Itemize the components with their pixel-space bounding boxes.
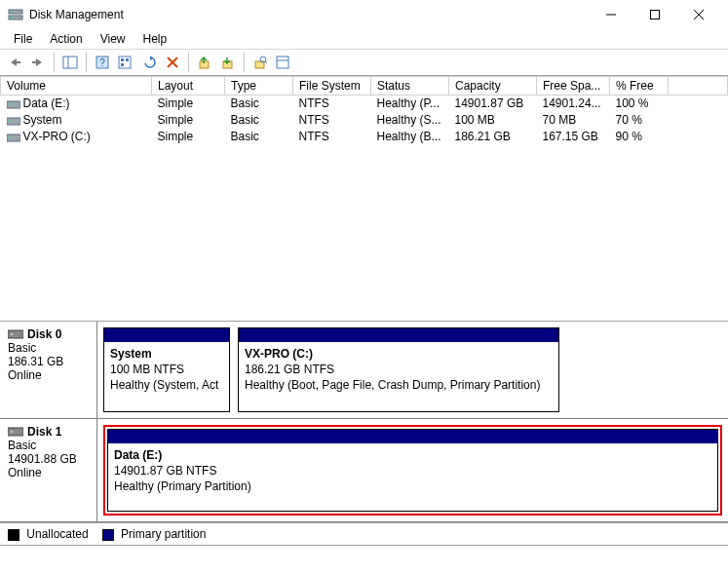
partition-status: Healthy (System, Act: [110, 377, 223, 393]
col-filesystem[interactable]: File System: [293, 77, 371, 96]
swatch-unallocated: [8, 529, 19, 541]
volumes-pane: Volume Layout Type File System Status Ca…: [0, 76, 728, 322]
menu-help[interactable]: Help: [135, 30, 175, 48]
selected-partition-highlight: Data (E:) 14901.87 GB NTFS Healthy (Prim…: [103, 425, 722, 516]
svg-rect-32: [9, 136, 11, 138]
svg-rect-30: [9, 120, 11, 122]
show-hide-console-tree-button[interactable]: [59, 52, 81, 73]
toolbar: ?: [0, 49, 728, 76]
disk-row-1[interactable]: Disk 1 Basic 14901.88 GB Online Data (E:…: [0, 419, 728, 522]
volume-icon: [7, 132, 20, 143]
volume-icon: [7, 115, 20, 127]
svg-line-24: [265, 61, 267, 63]
disk-1-type: Basic: [8, 439, 89, 452]
window-controls: [589, 0, 720, 29]
partition-name: Data (E:): [114, 447, 711, 463]
toolbar-separator: [244, 53, 245, 72]
statusbar: [0, 545, 728, 562]
remove-button[interactable]: [162, 52, 183, 73]
svg-rect-25: [277, 57, 288, 68]
svg-rect-10: [63, 57, 77, 68]
svg-rect-5: [650, 11, 659, 19]
disk-0-header: Disk 0 Basic 186.31 GB Online: [0, 322, 97, 418]
svg-point-36: [11, 431, 13, 433]
titlebar: Disk Management: [0, 0, 728, 29]
partition-status: Healthy (Boot, Page File, Crash Dump, Pr…: [245, 377, 553, 393]
svg-rect-15: [121, 58, 124, 61]
col-type[interactable]: Type: [225, 77, 293, 96]
toolbar-separator: [188, 53, 189, 72]
col-layout[interactable]: Layout: [152, 77, 225, 96]
forward-button[interactable]: [27, 52, 49, 73]
toolbar-separator: [54, 53, 55, 72]
settings-button[interactable]: [115, 52, 136, 73]
action-button-4[interactable]: [273, 52, 294, 73]
partition-name: System: [110, 346, 223, 362]
table-row[interactable]: Data (E:)SimpleBasicNTFSHealthy (P...149…: [1, 96, 728, 112]
disk-0-state: Online: [8, 368, 89, 382]
swatch-primary: [102, 529, 114, 541]
svg-point-34: [11, 333, 13, 335]
partition-body: Data (E:) 14901.87 GB NTFS Healthy (Prim…: [108, 443, 717, 499]
disks-pane: Disk 0 Basic 186.31 GB Online System 100…: [0, 322, 728, 522]
disk-row-0[interactable]: Disk 0 Basic 186.31 GB Online System 100…: [0, 322, 728, 419]
disk-1-size: 14901.88 GB: [8, 452, 89, 466]
partition-header: [239, 328, 558, 342]
legend: Unallocated Primary partition: [0, 522, 728, 545]
refresh-button[interactable]: [138, 52, 160, 73]
disk-1-state: Online: [8, 466, 89, 479]
maximize-button[interactable]: [632, 0, 676, 29]
back-button[interactable]: [4, 52, 25, 73]
svg-rect-2: [11, 11, 13, 13]
partition-size: 14901.87 GB NTFS: [114, 463, 711, 478]
volumes-table: Volume Layout Type File System Status Ca…: [0, 76, 728, 145]
disk-1-name: Disk 1: [8, 425, 89, 439]
disk-1-header: Disk 1 Basic 14901.88 GB Online: [0, 419, 97, 521]
action-button-3[interactable]: [249, 52, 271, 73]
partition-size: 100 MB NTFS: [110, 362, 223, 377]
legend-primary: Primary partition: [102, 527, 207, 541]
col-status[interactable]: Status: [371, 77, 449, 96]
partition-status: Healthy (Primary Partition): [114, 478, 711, 494]
col-freespace[interactable]: Free Spa...: [537, 77, 610, 96]
disk-0-type: Basic: [8, 341, 89, 355]
action-button-2[interactable]: [217, 52, 239, 73]
disk-0-size: 186.31 GB: [8, 355, 89, 368]
svg-rect-8: [17, 61, 20, 63]
help-button[interactable]: ?: [92, 52, 113, 73]
menubar: File Action View Help: [0, 29, 728, 49]
svg-rect-14: [119, 57, 131, 68]
col-spacer: [669, 77, 728, 96]
svg-rect-28: [9, 103, 11, 105]
partition-vxpro-c[interactable]: VX-PRO (C:) 186.21 GB NTFS Healthy (Boot…: [238, 327, 559, 412]
partition-name: VX-PRO (C:): [245, 346, 553, 362]
menu-action[interactable]: Action: [42, 30, 90, 48]
disk-icon: [8, 328, 23, 340]
close-button[interactable]: [676, 0, 720, 29]
table-row[interactable]: VX-PRO (C:)SimpleBasicNTFSHealthy (B...1…: [1, 129, 728, 145]
window-title: Disk Management: [29, 8, 589, 21]
minimize-button[interactable]: [589, 0, 632, 29]
col-capacity[interactable]: Capacity: [449, 77, 537, 96]
table-row[interactable]: SystemSimpleBasicNTFSHealthy (S...100 MB…: [1, 112, 728, 129]
partition-body: VX-PRO (C:) 186.21 GB NTFS Healthy (Boot…: [239, 342, 558, 398]
disk-0-name: Disk 0: [8, 327, 89, 341]
col-volume[interactable]: Volume: [1, 77, 152, 96]
app-icon: [8, 7, 23, 22]
svg-text:?: ?: [99, 57, 105, 68]
partition-body: System 100 MB NTFS Healthy (System, Act: [104, 342, 229, 398]
partition-system[interactable]: System 100 MB NTFS Healthy (System, Act: [103, 327, 230, 412]
svg-rect-16: [126, 58, 129, 61]
legend-unallocated: Unallocated: [8, 527, 89, 541]
menu-view[interactable]: View: [93, 30, 134, 48]
disk-1-partitions: Data (E:) 14901.87 GB NTFS Healthy (Prim…: [97, 419, 728, 521]
column-headers: Volume Layout Type File System Status Ca…: [1, 77, 728, 96]
svg-rect-9: [32, 61, 36, 63]
partition-data-e[interactable]: Data (E:) 14901.87 GB NTFS Healthy (Prim…: [107, 429, 718, 512]
svg-rect-35: [8, 428, 23, 436]
disk-0-partitions: System 100 MB NTFS Healthy (System, Act …: [97, 322, 728, 418]
partition-header: [108, 430, 717, 443]
menu-file[interactable]: File: [6, 30, 40, 48]
action-button-1[interactable]: [194, 52, 215, 73]
col-pctfree[interactable]: % Free: [610, 77, 669, 96]
